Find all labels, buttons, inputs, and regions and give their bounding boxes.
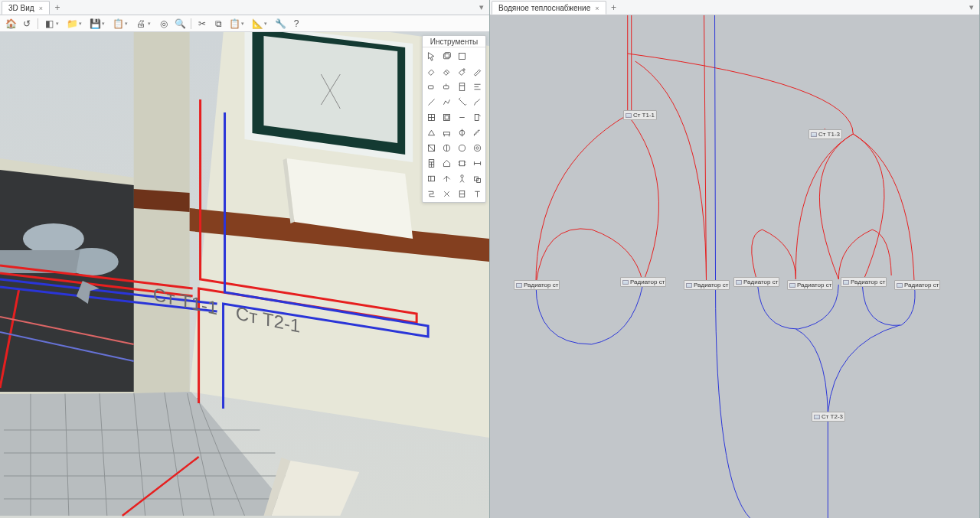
tab-add-button[interactable]: + (608, 2, 620, 14)
tool-grid-icon[interactable] (424, 110, 438, 124)
tool-box-icon[interactable] (455, 49, 469, 63)
tool-measure-icon[interactable] (455, 95, 469, 109)
tab-3d-view[interactable]: 3D Вид × (2, 1, 50, 15)
tabbar-left: 3D Вид × + ▾ (0, 0, 489, 15)
svg-line-52 (428, 145, 434, 151)
close-icon[interactable]: × (595, 5, 599, 12)
dropdown-icon[interactable]: ▾ (102, 21, 108, 27)
tool-section-icon[interactable] (424, 141, 438, 155)
tool-q2-icon[interactable] (439, 187, 453, 200)
tool-line-icon[interactable] (424, 95, 438, 109)
schematic-node-radiator[interactable]: Радиатор ст… (620, 277, 666, 287)
schematic-node-radiator[interactable]: Радиатор ст… (787, 280, 833, 290)
tool-eraser3-icon[interactable] (455, 64, 469, 78)
svg-point-73 (460, 174, 462, 177)
tool-abc-icon[interactable] (439, 171, 453, 185)
copy-icon[interactable]: ⧉ (211, 17, 226, 31)
tool-target-icon[interactable] (470, 141, 484, 155)
tab-label: 3D Вид (8, 4, 34, 12)
tool-chip-icon[interactable] (455, 156, 469, 170)
tab-menu-dropdown-icon[interactable]: ▾ (967, 2, 976, 12)
svg-marker-3 (134, 32, 190, 393)
svg-line-24 (445, 70, 447, 73)
search-icon[interactable]: 🔍 (172, 17, 188, 31)
node-label: Радиатор ст… (694, 282, 730, 288)
tool-panel[interactable]: Инструменты (422, 35, 486, 203)
svg-line-37 (465, 103, 466, 105)
tool-select-icon[interactable] (439, 49, 453, 63)
schematic-node-radiator[interactable]: Радиатор ст… (684, 280, 730, 290)
tool-blank-icon[interactable] (470, 49, 484, 63)
tool-house-icon[interactable] (439, 156, 453, 170)
svg-rect-70 (428, 176, 434, 181)
tool-stairs-icon[interactable] (470, 125, 484, 139)
tool-pencil-icon[interactable] (470, 64, 484, 78)
dropdown-icon[interactable]: ▾ (125, 21, 131, 27)
tool-elev-icon[interactable] (439, 141, 453, 155)
tool-text-icon[interactable] (470, 187, 484, 200)
dropdown-icon[interactable]: ▾ (264, 21, 270, 27)
tool-sheet-icon[interactable] (455, 80, 469, 93)
wrench-icon[interactable]: 🔧 (273, 17, 288, 31)
target-icon[interactable]: ◎ (156, 17, 172, 31)
tool-erase-a-icon[interactable] (424, 80, 438, 93)
cut-icon[interactable]: ✂ (194, 17, 210, 31)
tool-handle-icon[interactable] (455, 125, 469, 139)
svg-rect-22 (445, 52, 450, 57)
tab-menu-dropdown-icon[interactable]: ▾ (477, 2, 486, 12)
tool-calc-icon[interactable] (424, 156, 438, 170)
paste-icon[interactable]: 📋 (227, 17, 242, 31)
dropdown-icon[interactable]: ▾ (241, 21, 247, 27)
tool-door-icon[interactable] (470, 110, 484, 124)
viewport-3d[interactable]: Ст Т1-1 Ст Т2-1 Инструменты (0, 32, 489, 518)
print-icon[interactable]: 🖨 (133, 17, 149, 31)
schematic-node[interactable]: Ст Т1-1 (623, 110, 657, 120)
tool-window-icon[interactable] (439, 110, 453, 124)
folder-icon[interactable]: 📁 (64, 17, 80, 31)
tool-eraser2-icon[interactable] (439, 64, 453, 78)
home-icon[interactable]: 🏠 (3, 17, 18, 31)
tool-dim-icon[interactable] (470, 156, 484, 170)
schematic-node-radiator[interactable]: Радиатор ст… (733, 277, 779, 287)
tool-circle-icon[interactable] (455, 141, 469, 155)
svg-point-25 (462, 68, 464, 70)
tool-q1-icon[interactable] (424, 187, 438, 200)
save-icon[interactable]: 💾 (87, 17, 103, 31)
tool-align-icon[interactable] (470, 80, 484, 93)
tool-cursor-icon[interactable] (424, 49, 438, 63)
schematic-node-radiator[interactable]: Радиатор ст… (514, 280, 560, 290)
tool-polyline-icon[interactable] (439, 95, 453, 109)
svg-line-36 (459, 97, 460, 99)
tool-furniture-icon[interactable] (439, 125, 453, 139)
tab-label: Водяное теплоснабжение (498, 4, 590, 12)
paste-icon[interactable]: 📋 (110, 17, 126, 31)
radiator-icon (789, 283, 795, 288)
svg-marker-6 (134, 189, 190, 212)
ruler-icon[interactable]: 📐 (250, 17, 265, 31)
schematic-node-radiator[interactable]: Радиатор ст… (841, 277, 887, 287)
help-icon[interactable]: ? (289, 17, 304, 31)
dropdown-icon[interactable]: ▾ (148, 21, 154, 27)
tool-p1-icon[interactable] (455, 171, 469, 185)
tool-p2-icon[interactable] (470, 171, 484, 185)
close-icon[interactable]: × (39, 5, 43, 12)
tool-eraser-icon[interactable] (424, 64, 438, 78)
tool-minus-icon[interactable] (455, 110, 469, 124)
viewport-schematic[interactable]: Ст Т1-1 Ст Т1-3 Радиатор ст… Радиатор ст… (490, 15, 979, 518)
rotate-icon[interactable]: ↺ (19, 17, 34, 31)
tool-roof-icon[interactable] (424, 125, 438, 139)
dropdown-icon[interactable]: ▾ (79, 21, 85, 27)
schematic-node[interactable]: Ст Т2-3 (812, 412, 845, 422)
tab-heating[interactable]: Водяное теплоснабжение × (492, 1, 606, 15)
tool-plan-icon[interactable] (424, 171, 438, 185)
tool-q3-icon[interactable] (455, 187, 469, 200)
node-label: Радиатор ст… (743, 279, 779, 285)
schematic-node[interactable]: Ст Т1-3 (808, 129, 842, 139)
tab-add-button[interactable]: + (51, 2, 64, 14)
cube-icon[interactable]: ◧ (41, 17, 57, 31)
tool-brush-icon[interactable] (470, 95, 484, 109)
tool-erase-b-icon[interactable] (439, 80, 453, 93)
node-type-icon (814, 415, 820, 419)
dropdown-icon[interactable]: ▾ (56, 21, 62, 27)
schematic-node-radiator[interactable]: Радиатор ст… (894, 280, 940, 290)
